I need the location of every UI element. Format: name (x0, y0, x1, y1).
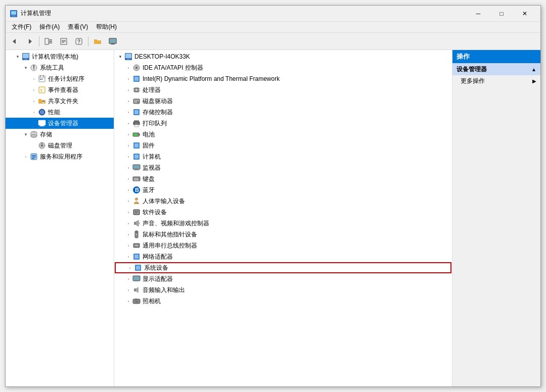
svg-rect-49 (32, 158, 34, 159)
svg-rect-45 (42, 142, 42, 144)
tree-event-viewer[interactable]: › ! 事件查看器 (6, 84, 114, 95)
menu-file[interactable]: 文件(F) (8, 22, 35, 32)
svg-rect-40 (39, 126, 44, 126)
dev-mouse-arrow: › (124, 232, 132, 237)
dev-audio[interactable]: › 声音、视频和游戏控制器 (114, 218, 452, 229)
root-arrow: ▼ (14, 55, 22, 59)
dev-bluetooth[interactable]: › B 蓝牙 (114, 184, 452, 195)
dev-monitor[interactable]: › 监视器 (114, 162, 452, 173)
tree-storage-header[interactable]: ▼ 存储 (6, 129, 114, 140)
forward-button[interactable] (23, 35, 37, 48)
back-button[interactable] (8, 35, 22, 48)
svg-rect-25 (33, 68, 34, 69)
performance-arrow: › (30, 110, 38, 115)
dev-display-arrow: › (124, 277, 132, 281)
dev-intel-arrow: › (124, 77, 132, 81)
help-button[interactable]: ? (72, 35, 86, 48)
dev-battery-arrow: › (124, 132, 132, 137)
dev-mouse-label: 鼠标和其他指针设备 (143, 230, 197, 239)
tree-services-apps[interactable]: › 服务和应用程序 (6, 151, 114, 162)
dev-audio-io[interactable]: › 音频输入和输出 (114, 284, 452, 296)
menu-view[interactable]: 查看(V) (64, 22, 92, 32)
dev-intel-label: Intel(R) Dynamic Platform and Thermal Fr… (143, 75, 280, 82)
dev-intel[interactable]: › Intel(R) Dynamic Platform and Thermal … (114, 73, 452, 84)
dev-battery[interactable]: › 电池 (114, 129, 452, 140)
dev-usb-icon (132, 241, 141, 250)
tree-system-tools-header[interactable]: ▼ 系统工具 (6, 62, 114, 73)
device-manager-label: 设备管理器 (48, 119, 112, 128)
dev-camera-label: 照相机 (143, 297, 161, 306)
dev-mouse[interactable]: › 鼠标和其他指针设备 (114, 229, 452, 240)
dev-system-devices[interactable]: › 系统设备 (115, 262, 451, 273)
dev-root[interactable]: ▼ DESKTOP-I4OK33K (114, 51, 452, 62)
svg-rect-105 (133, 276, 140, 280)
tree-disk-management[interactable]: 磁盘管理 (6, 140, 114, 151)
dev-software-label: 软件设备 (143, 208, 167, 217)
svg-rect-21 (23, 54, 29, 58)
dev-cpu-icon (132, 86, 141, 94)
action-section-device-manager[interactable]: 设备管理器 ▲ (452, 63, 540, 75)
svg-rect-106 (135, 281, 138, 281)
tree-root[interactable]: ▼ 计算机管理(本地) (6, 51, 114, 62)
system-tools-icon (30, 64, 38, 72)
svg-rect-18 (112, 43, 114, 44)
dev-camera[interactable]: › 照相机 (114, 296, 452, 307)
svg-rect-17 (111, 44, 115, 44)
dev-computer-icon (132, 153, 141, 161)
svg-text:?: ? (77, 39, 80, 44)
minimize-button[interactable]: ─ (467, 6, 490, 22)
tree-shared-folders[interactable]: › 共享文件夹 (6, 95, 114, 107)
dev-network[interactable]: › 网络适配器 (114, 251, 452, 262)
right-panel: 操作 设备管理器 ▲ 更多操作 ▶ (452, 50, 540, 386)
svg-rect-85 (135, 178, 136, 179)
svg-rect-47 (32, 155, 36, 156)
dev-monitor-icon (132, 164, 141, 172)
restore-button[interactable]: □ (490, 6, 513, 22)
dev-print-queue[interactable]: › 打印队列 (114, 118, 452, 129)
dev-display[interactable]: › 显示适配器 (114, 273, 452, 284)
tree-task-scheduler[interactable]: › 任务计划程序 (6, 73, 114, 84)
window-title: 计算机管理 (21, 9, 467, 18)
svg-rect-87 (134, 179, 139, 180)
dev-hid-icon (132, 197, 141, 205)
dev-mouse-icon (132, 230, 141, 238)
close-button[interactable]: ✕ (513, 6, 536, 22)
dev-monitor-arrow: › (124, 166, 132, 170)
svg-rect-1 (11, 11, 16, 15)
dev-cpu[interactable]: › 处理器 (114, 84, 452, 95)
disk-management-label: 磁盘管理 (48, 141, 112, 150)
svg-rect-19 (110, 39, 116, 43)
svg-rect-39 (40, 125, 43, 126)
task-scheduler-arrow: › (30, 77, 38, 81)
dev-keyboard-label: 键盘 (143, 175, 155, 183)
folder-button[interactable] (90, 35, 105, 48)
dev-system-icon (134, 264, 142, 272)
dev-storage-ctrl[interactable]: › 存储控制器 (114, 107, 452, 118)
monitor-button[interactable] (106, 35, 120, 48)
dev-network-arrow: › (124, 255, 132, 259)
dev-battery-label: 电池 (143, 130, 155, 139)
svg-rect-80 (133, 165, 140, 169)
dev-usb[interactable]: › 通用串行总线控制器 (114, 240, 452, 251)
action-section-arrow: ▲ (531, 67, 536, 72)
dev-print-label: 打印队列 (143, 119, 167, 128)
svg-rect-74 (133, 133, 137, 136)
menu-help[interactable]: 帮助(H) (92, 22, 121, 32)
dev-ide[interactable]: › IDE ATA/ATAPI 控制器 (114, 62, 452, 73)
menu-action[interactable]: 操作(A) (35, 22, 64, 32)
tree-device-manager[interactable]: 设备管理器 (6, 118, 114, 129)
dev-keyboard[interactable]: › 键盘 (114, 173, 452, 184)
properties-button[interactable] (57, 35, 71, 48)
dev-hid[interactable]: › 人体学输入设备 (114, 195, 452, 207)
show-hide-tree-button[interactable] (41, 35, 56, 48)
action-more-ops[interactable]: 更多操作 ▶ (452, 75, 540, 86)
svg-rect-2 (12, 15, 15, 16)
dev-disk[interactable]: › 磁盘驱动器 (114, 95, 452, 107)
tree-performance[interactable]: › 性能 (6, 107, 114, 118)
dev-software[interactable]: › 软件设备 (114, 207, 452, 218)
dev-firmware[interactable]: › 固件 (114, 140, 452, 151)
action-more-ops-label: 更多操作 (461, 77, 485, 85)
dev-computer[interactable]: › 计算机 (114, 151, 452, 162)
dev-storage-label: 存储控制器 (143, 108, 173, 117)
dev-audio-label: 声音、视频和游戏控制器 (143, 219, 209, 228)
